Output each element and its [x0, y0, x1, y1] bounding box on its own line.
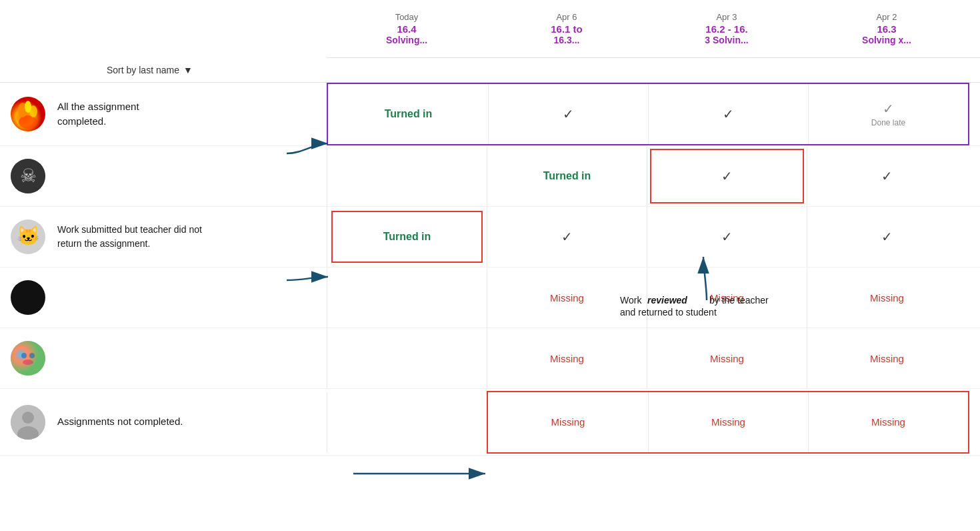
annotation-not-completed: Assignments not completed. [57, 414, 183, 430]
col-date-apr2: Apr 2 [817, 12, 956, 22]
missing-label: Missing [710, 292, 744, 304]
avatar [11, 405, 45, 440]
cell-5-1 [327, 328, 487, 388]
avatar [11, 280, 45, 315]
cell-6-3: Missing [648, 392, 808, 452]
cell-2-3: ✓ [647, 146, 807, 206]
student-col-3: 🐱 Work submitted but teacher did notretu… [0, 211, 327, 262]
col-header-apr2: Apr 2 16.3 Solving x... [807, 7, 967, 51]
missing-label: Missing [550, 292, 584, 304]
annotation-completed: All the assignmentcompleted. [57, 99, 139, 129]
svg-point-1 [19, 115, 37, 129]
checkmark-icon: ✓ [721, 168, 733, 184]
student-col-2: ☠ [0, 151, 327, 201]
student-col-4 [0, 272, 327, 323]
svg-text:🐱: 🐱 [17, 225, 40, 247]
col-header-apr6: Apr 6 16.1 to 16.3... [487, 7, 647, 51]
cell-1-4: ✓ Done late [808, 84, 968, 144]
svg-point-14 [22, 412, 34, 424]
turned-in-label: Turned in [383, 231, 431, 243]
svg-point-10 [21, 353, 27, 358]
student-col-1: All the assignmentcompleted. [0, 89, 327, 139]
table-row: ☠ Turned in ✓ ✓ [0, 146, 980, 207]
cell-3-4: ✓ [807, 207, 967, 267]
cell-1-3: ✓ [648, 84, 808, 144]
missing-label: Missing [550, 353, 584, 364]
col-title-apr6: 16.3... [497, 35, 636, 45]
cell-5-3: Missing [647, 328, 807, 388]
cell-1-1: Turned in [328, 84, 488, 144]
cell-2-2: Turned in [487, 146, 647, 206]
cell-1-2: ✓ [488, 84, 648, 144]
table-row: Assignments not completed. Missing Missi… [0, 389, 980, 456]
svg-point-12 [23, 360, 33, 365]
sort-row: Sort by last name ▼ [0, 58, 980, 83]
main-container: Today 16.4 Solving... Apr 6 16.1 to 16.3… [0, 0, 980, 531]
table-row: Missing Missing Missing [0, 328, 980, 389]
sort-label: Sort by last name [107, 65, 179, 75]
col-title-today: Solving... [337, 35, 476, 45]
col-num-apr6: 16.1 to [497, 23, 636, 35]
cell-4-3: Missing [647, 268, 807, 328]
col-date-apr3: Apr 3 [657, 12, 796, 22]
cell-6-2: Missing [488, 392, 648, 452]
student-col-5 [0, 333, 327, 384]
red-outline-group-row6: Missing Missing Missing [487, 391, 969, 454]
cell-3-2: ✓ [487, 207, 647, 267]
cell-6-4: Missing [808, 392, 968, 452]
checkmark-icon: ✓ [881, 229, 893, 245]
col-header-today: Today 16.4 Solving... [327, 7, 487, 51]
cell-4-2: Missing [487, 268, 647, 328]
cell-2-4: ✓ [807, 146, 967, 206]
cell-5-2: Missing [487, 328, 647, 388]
col-num-today: 16.4 [337, 23, 476, 35]
cell-6-1 [327, 392, 487, 452]
missing-label: Missing [551, 416, 585, 428]
col-num-apr2: 16.3 [817, 23, 956, 35]
checkmark-icon: ✓ [881, 168, 893, 184]
missing-label: Missing [870, 292, 904, 304]
avatar [11, 97, 45, 131]
avatar [11, 341, 45, 376]
table-row: All the assignmentcompleted. Turned in ✓… [0, 83, 980, 146]
avatar: ☠ [11, 159, 45, 193]
missing-label: Missing [710, 353, 744, 364]
missing-label: Missing [711, 416, 745, 428]
done-late-label: Done late [871, 118, 905, 127]
missing-label: Missing [871, 416, 905, 428]
turned-in-label: Turned in [543, 170, 591, 182]
svg-point-11 [29, 353, 35, 358]
cell-4-1 [327, 268, 487, 328]
sort-dropdown-icon[interactable]: ▼ [183, 65, 193, 75]
cell-2-1 [327, 146, 487, 206]
table-row: 🐱 Work submitted but teacher did notretu… [0, 207, 980, 268]
svg-text:☠: ☠ [20, 165, 37, 186]
col-title-apr3: 3 Solvin... [657, 35, 796, 45]
cell-4-4: Missing [807, 268, 967, 328]
table-row: Missing Missing Missing [0, 268, 980, 328]
cell-3-1: Turned in [327, 207, 487, 267]
checkmark-icon: ✓ [883, 101, 894, 117]
col-date-apr6: Apr 6 [497, 12, 636, 22]
missing-label: Missing [870, 353, 904, 364]
checkmark-icon: ✓ [563, 106, 574, 122]
purple-outline-row1: Turned in ✓ ✓ ✓ Done late [327, 83, 969, 145]
svg-point-4 [25, 101, 31, 113]
checkmark-icon: ✓ [561, 229, 573, 245]
svg-point-9 [11, 341, 45, 376]
col-header-apr3: Apr 3 16.2 - 16. 3 Solvin... [647, 7, 807, 51]
checkmark-icon: ✓ [721, 229, 733, 245]
done-late-cell: ✓ Done late [871, 101, 905, 127]
avatar: 🐱 [11, 219, 45, 254]
annotation-submitted: Work submitted but teacher did notreturn… [57, 223, 202, 251]
cell-5-4: Missing [807, 328, 967, 388]
col-title-apr2: Solving x... [817, 35, 956, 45]
cell-3-3: ✓ [647, 207, 807, 267]
student-grid: All the assignmentcompleted. Turned in ✓… [0, 83, 980, 456]
turned-in-label: Turned in [385, 108, 433, 120]
col-num-apr3: 16.2 - 16. [657, 23, 796, 35]
student-col-6: Assignments not completed. [0, 397, 327, 448]
col-date-today: Today [337, 12, 476, 22]
checkmark-icon: ✓ [723, 106, 734, 122]
